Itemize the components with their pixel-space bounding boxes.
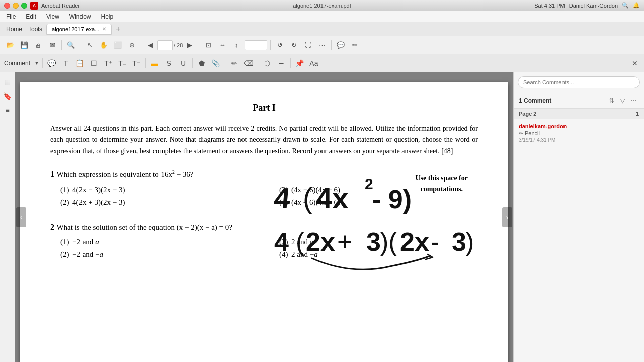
shape-tool[interactable]: ⬡ bbox=[261, 57, 273, 69]
search-icon[interactable]: 🔍 bbox=[622, 2, 629, 9]
page-total: / 28 bbox=[174, 42, 183, 48]
draw-freehand-tool[interactable]: ✏ bbox=[228, 57, 240, 69]
callout-tool[interactable]: 📋 bbox=[74, 57, 86, 69]
sep12 bbox=[290, 58, 291, 68]
zoom-in[interactable]: ⊕ bbox=[126, 39, 138, 51]
fit-height[interactable]: ↕ bbox=[230, 39, 243, 51]
bookmarks-button[interactable]: 🔖 bbox=[2, 90, 13, 102]
traffic-lights bbox=[4, 3, 27, 9]
text-tool[interactable]: T bbox=[60, 57, 72, 69]
prev-page-arrow[interactable]: ‹ bbox=[16, 207, 26, 227]
sep5 bbox=[270, 40, 271, 50]
comment-item-0[interactable]: danielkam-gordon ✏ Pencil 3/19/17 4:31 P… bbox=[514, 119, 644, 147]
superscript-tool[interactable]: T⁺ bbox=[102, 57, 114, 69]
new-tab-button[interactable]: + bbox=[116, 25, 120, 34]
rotate-cw[interactable]: ↻ bbox=[288, 39, 300, 51]
question-1-text: Which expression is equivalent to 16x2 −… bbox=[56, 170, 193, 178]
titlebar-user: Daniel Kam-Gordon bbox=[569, 3, 618, 9]
pin-tool[interactable]: 📌 bbox=[294, 57, 306, 69]
open-button[interactable]: 📂 bbox=[4, 39, 16, 51]
fit-width[interactable]: ↔ bbox=[216, 39, 228, 51]
filter-comments-button[interactable]: ▽ bbox=[618, 96, 627, 105]
prev-page[interactable]: ◀ bbox=[144, 39, 156, 51]
search-button[interactable]: 🔍 bbox=[65, 39, 77, 51]
question-2-text: What is the solution set of the equation… bbox=[56, 223, 232, 231]
comment-date: 3/19/17 4:31 PM bbox=[519, 137, 639, 143]
document-area[interactable]: ‹ Use this space for computations. Part … bbox=[15, 72, 513, 362]
erase-tool[interactable]: ⌫ bbox=[243, 57, 255, 69]
sep1 bbox=[61, 40, 62, 50]
page-label: Page 2 1 bbox=[514, 109, 644, 119]
highlight-tool[interactable]: ▬ bbox=[149, 57, 161, 69]
more-comments-options[interactable]: ⋯ bbox=[629, 96, 639, 105]
comment-dropdown-arrow[interactable]: ▼ bbox=[34, 60, 39, 66]
close-window-button[interactable] bbox=[4, 3, 10, 9]
search-comments-input[interactable] bbox=[518, 76, 640, 88]
underline-tool[interactable]: U̲ bbox=[177, 57, 189, 69]
email-button[interactable]: ✉ bbox=[46, 39, 58, 51]
menu-window[interactable]: Window bbox=[67, 13, 93, 20]
attach-file-tool[interactable]: 📎 bbox=[210, 57, 222, 69]
comment-count: 1 Comment bbox=[519, 97, 551, 104]
sep10 bbox=[225, 58, 225, 68]
comment-label[interactable]: Comment bbox=[4, 60, 30, 67]
subscript-tool[interactable]: T₋ bbox=[116, 57, 128, 69]
sep9 bbox=[192, 58, 193, 68]
sep8 bbox=[145, 58, 146, 68]
menu-edit[interactable]: Edit bbox=[24, 13, 38, 20]
right-panel: 1 Comment ⇅ ▽ ⋯ Page 2 1 danielkam-gordo… bbox=[513, 72, 644, 362]
titlebar-filename: algone1 2017-exam.pdf bbox=[293, 3, 351, 9]
text-size-tool[interactable]: Aa bbox=[308, 57, 320, 69]
choice-1-4: (4) (4x + 6)(4x + 6) bbox=[279, 198, 478, 207]
format-tool[interactable]: T⁻ bbox=[130, 57, 142, 69]
print-button[interactable]: 🖨 bbox=[32, 39, 44, 51]
next-page[interactable]: ▶ bbox=[184, 39, 196, 51]
strikethrough-tool[interactable]: S̶ bbox=[163, 57, 175, 69]
sort-comments-button[interactable]: ⇅ bbox=[607, 96, 616, 105]
menu-help[interactable]: Help bbox=[99, 13, 116, 20]
menu-file[interactable]: File bbox=[4, 13, 18, 20]
minimize-window-button[interactable] bbox=[13, 3, 19, 9]
layers-button[interactable]: ≡ bbox=[2, 105, 13, 116]
choice-2-1: (1) −2 and a bbox=[60, 238, 259, 246]
pdf-page: Use this space for computations. Part I … bbox=[20, 82, 508, 362]
nav-tools[interactable]: Tools bbox=[26, 26, 44, 33]
nav-home[interactable]: Home bbox=[4, 26, 24, 33]
sep2 bbox=[80, 40, 80, 50]
choice-1-1: (1) 4(2x − 3)(2x − 3) bbox=[60, 186, 259, 194]
instructions: Answer all 24 questions in this part. Ea… bbox=[50, 123, 478, 157]
computation-label: Use this space for computations. bbox=[415, 173, 468, 194]
question-2-choices: (1) −2 and a (3) 2 and a (2) −2 and −a (… bbox=[50, 238, 478, 259]
tab-close-button[interactable]: ✕ bbox=[102, 26, 106, 32]
draw-button[interactable]: ✏ bbox=[349, 39, 361, 51]
notification-icon[interactable]: 🔔 bbox=[633, 2, 640, 9]
save-button[interactable]: 💾 bbox=[18, 39, 30, 51]
select-tool[interactable]: ↖ bbox=[84, 39, 96, 51]
choice-2-4: (4) 2 and −a bbox=[279, 250, 478, 259]
marquee-zoom[interactable]: ⬜ bbox=[112, 39, 124, 51]
choice-2-2: (2) −2 and −a bbox=[60, 250, 259, 259]
text-box-tool[interactable]: ☐ bbox=[88, 57, 100, 69]
more-tools[interactable]: ⋯ bbox=[316, 39, 328, 51]
stamp-tool[interactable]: ⬟ bbox=[196, 57, 208, 69]
annotate-button[interactable]: 💬 bbox=[335, 39, 347, 51]
titlebar-right: Sat 4:31 PM Daniel Kam-Gordon 🔍 🔔 bbox=[534, 2, 640, 9]
sep4 bbox=[199, 40, 199, 50]
scroll-tool[interactable]: ✋ bbox=[98, 39, 110, 51]
page-number-input[interactable]: 2 bbox=[157, 40, 173, 50]
close-comment-toolbar[interactable]: ✕ bbox=[630, 58, 640, 68]
rotate-ccw[interactable]: ↺ bbox=[274, 39, 286, 51]
next-page-arrow[interactable]: › bbox=[502, 207, 512, 227]
zoom-input[interactable]: 233% bbox=[245, 40, 267, 50]
tab-label: algone12017-exa... bbox=[52, 26, 99, 32]
menu-view[interactable]: View bbox=[44, 13, 61, 20]
line-tool[interactable]: ━ bbox=[275, 57, 287, 69]
pencil-icon: ✏ bbox=[519, 131, 523, 136]
fullscreen[interactable]: ⛶ bbox=[302, 39, 314, 51]
sep11 bbox=[258, 58, 258, 68]
thumbnails-button[interactable]: ▦ bbox=[2, 76, 13, 87]
fit-page[interactable]: ⊡ bbox=[202, 39, 214, 51]
tab-document[interactable]: algone12017-exa... ✕ bbox=[46, 24, 112, 35]
sticky-note-tool[interactable]: 💬 bbox=[46, 57, 58, 69]
maximize-window-button[interactable] bbox=[21, 3, 27, 9]
